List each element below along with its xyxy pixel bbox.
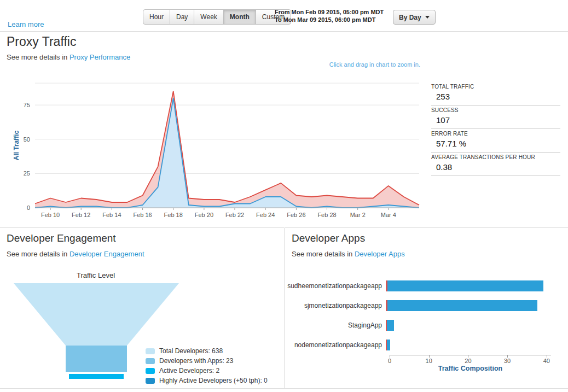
stat-total-traffic: TOTAL TRAFFIC 253 (431, 82, 560, 106)
legend-item: Highly Active Developers (+50 tph): 0 (146, 376, 268, 385)
svg-text:Feb 18: Feb 18 (164, 212, 183, 218)
bar-track (386, 320, 547, 331)
learn-more-link[interactable]: Learn more (8, 20, 44, 28)
bar-segment-success (387, 320, 394, 331)
developer-engagement-link[interactable]: Developer Engagement (69, 250, 144, 258)
legend-swatch (146, 358, 155, 364)
proxy-traffic-title: Proxy Traffic (7, 34, 76, 49)
developer-engagement-section: Developer Engagement See more details in… (0, 227, 285, 388)
svg-text:Feb 22: Feb 22 (225, 212, 244, 218)
legend-item: Total Developers: 638 (146, 346, 268, 356)
legend-label: Total Developers: 638 (159, 347, 223, 355)
developer-apps-subtitle: See more details in Developer Apps (292, 250, 405, 258)
app-label: StagingApp (285, 321, 386, 329)
legend-swatch (146, 378, 155, 384)
svg-text:Feb 10: Feb 10 (41, 212, 60, 218)
legend-label: Developers with Apps: 23 (159, 357, 233, 365)
stat-success: SUCCESS 107 (431, 106, 560, 129)
x-tick-label: 40 (543, 358, 550, 364)
legend-item: Active Developers: 2 (146, 366, 268, 376)
legend-label: Highly Active Developers (+50 tph): 0 (159, 377, 268, 384)
by-day-dropdown[interactable]: By Day (393, 10, 436, 25)
svg-text:0: 0 (27, 204, 30, 211)
developer-apps-bar-chart: sudheemonetizationpackageappsjmonetizati… (285, 276, 559, 355)
bar-track (386, 340, 547, 350)
developer-apps-x-axis: 010203040 (390, 355, 551, 366)
range-button-month[interactable]: Month (223, 9, 256, 25)
legend-swatch (146, 368, 155, 374)
time-range-selector: Hour Day Week Month Custom (143, 9, 291, 25)
svg-text:Feb 24: Feb 24 (256, 212, 275, 218)
svg-text:Feb 16: Feb 16 (133, 212, 152, 218)
svg-text:Mar 4: Mar 4 (381, 212, 396, 218)
app-bar-row: nodemonetizationpackageapp (285, 335, 559, 355)
bar-segment-success (387, 280, 543, 291)
developer-apps-link[interactable]: Developer Apps (355, 250, 405, 258)
developer-apps-title: Developer Apps (292, 232, 365, 244)
date-range-to: To Mon Mar 09 2015, 06:00 pm MDT (275, 16, 384, 24)
range-button-week[interactable]: Week (194, 9, 223, 25)
funnel-legend: Total Developers: 638Developers with App… (146, 346, 268, 385)
x-tick-label: 30 (504, 358, 511, 364)
svg-text:Feb 26: Feb 26 (287, 212, 305, 218)
proxy-performance-link[interactable]: Proxy Performance (69, 53, 130, 61)
app-label: nodemonetizationpackageapp (285, 341, 386, 349)
app-bar-row: sudheemonetizationpackageapp (285, 276, 559, 296)
developer-engagement-title: Developer Engagement (7, 232, 116, 244)
legend-label: Active Developers: 2 (159, 367, 219, 375)
bar-segment-success (387, 300, 538, 311)
bar-track (386, 300, 547, 311)
analytics-dashboard: Learn more Hour Day Week Month Custom Fr… (0, 0, 568, 392)
svg-text:75: 75 (24, 102, 30, 108)
x-tick-label: 10 (426, 358, 432, 364)
svg-text:Feb 12: Feb 12 (72, 212, 90, 218)
funnel-title: Traffic Level (0, 271, 192, 279)
x-tick-label: 0 (388, 358, 391, 364)
x-axis-label: Traffic Composition (390, 365, 551, 372)
x-tick-label: 20 (465, 358, 471, 364)
date-range: From Mon Feb 09 2015, 05:00 pm MDT To Mo… (275, 8, 384, 24)
traffic-stats: TOTAL TRAFFIC 253 SUCCESS 107 ERROR RATE… (431, 82, 560, 176)
bar-track (386, 280, 547, 291)
app-label: sudheemonetizationpackageapp (285, 282, 386, 290)
legend-swatch (146, 348, 155, 354)
bar-segment-success (387, 340, 390, 350)
svg-text:Feb 20: Feb 20 (195, 212, 213, 218)
svg-text:50: 50 (24, 136, 30, 143)
legend-item: Developers with Apps: 23 (146, 356, 268, 366)
stat-error-rate: ERROR RATE 57.71 % (431, 129, 560, 153)
caret-down-icon (425, 16, 430, 19)
app-bar-row: sjmonetizationpackageapp (285, 296, 559, 315)
svg-text:25: 25 (24, 170, 30, 177)
stat-avg-tph: AVERAGE TRANSACTIONS PER HOUR 0.38 (431, 153, 560, 176)
proxy-traffic-chart[interactable]: 0255075Feb 10Feb 12Feb 14Feb 16Feb 18Feb… (8, 70, 425, 222)
date-range-from: From Mon Feb 09 2015, 05:00 pm MDT (275, 8, 384, 16)
developer-engagement-subtitle: See more details in Developer Engagement (7, 250, 144, 258)
svg-text:Mar 2: Mar 2 (350, 212, 366, 218)
svg-text:Feb 14: Feb 14 (102, 212, 121, 218)
range-button-hour[interactable]: Hour (143, 9, 170, 25)
proxy-traffic-subtitle: See more details in Proxy Performance (7, 53, 130, 61)
app-label: sjmonetizationpackageapp (285, 302, 386, 309)
range-button-day[interactable]: Day (170, 9, 194, 25)
app-bar-row: StagingApp (285, 315, 559, 335)
zoom-hint: Click and drag in chart to zoom in. (329, 61, 420, 68)
bottom-divider (0, 388, 568, 389)
developer-apps-section: Developer Apps See more details in Devel… (285, 227, 568, 388)
svg-text:Feb 28: Feb 28 (317, 212, 336, 218)
topbar: Learn more Hour Day Week Month Custom Fr… (0, 0, 568, 32)
